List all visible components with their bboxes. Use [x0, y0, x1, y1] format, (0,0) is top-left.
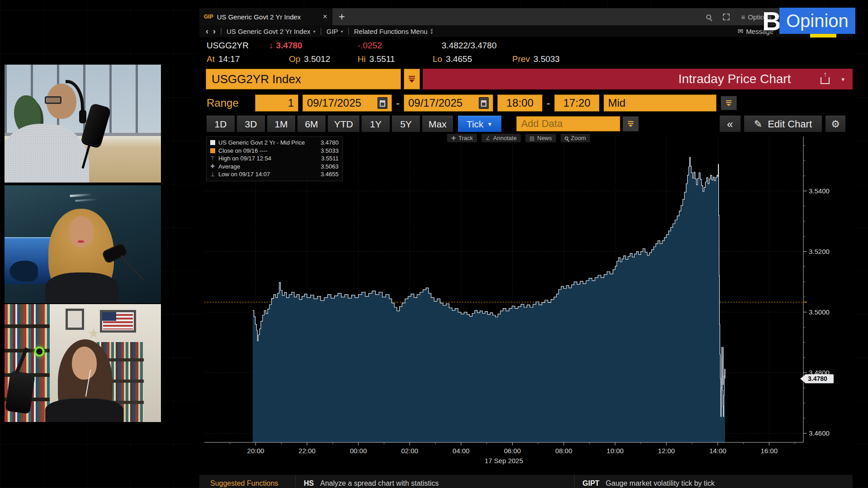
ticker-symbol: USGG2YR	[207, 41, 269, 51]
news-label: News	[537, 135, 552, 141]
legend-row: ⊤High on 09/17 12:543.5511	[210, 155, 339, 163]
divider: |	[348, 27, 349, 35]
period-tab-ytd[interactable]: YTD	[328, 116, 359, 132]
down-arrow-icon: ↓	[269, 41, 274, 51]
function-description: Analyze a spread chart with statistics	[320, 479, 439, 488]
security-dropdown-button[interactable]	[404, 69, 420, 89]
legend-swatch: ⊤	[210, 155, 218, 162]
range-label: Range	[207, 97, 251, 109]
end-time-input[interactable]: 17:20	[554, 94, 599, 112]
open-label: Op	[289, 54, 300, 64]
intraday-price-chart[interactable]: 20:0022:0000:0002:0004:0006:0008:0010:00…	[204, 133, 853, 468]
person-silhouette	[45, 272, 119, 303]
dash: -	[396, 97, 400, 109]
legend-swatch: ✚	[210, 163, 218, 169]
suggested-function-gipt[interactable]: GIPT Gauge market volatility tick by tic…	[575, 475, 853, 488]
participant-video-3: ★	[5, 304, 161, 422]
star-decor: ★	[87, 325, 99, 341]
period-tab-1m[interactable]: 1M	[267, 116, 295, 132]
end-date-input[interactable]: 09/17/2025	[404, 94, 493, 112]
add-data-dropdown-button[interactable]	[623, 116, 639, 131]
breadcrumb-function[interactable]: GIP ▾	[326, 28, 343, 35]
forward-icon[interactable]: ›	[213, 26, 216, 36]
range-periods-input[interactable]: 1	[255, 94, 298, 112]
us-flag-frame	[100, 310, 136, 333]
breadcrumb: ‹ › | US Generic Govt 2 Yr Index ▾ | GIP…	[199, 25, 853, 37]
settings-button[interactable]: ⚙	[826, 116, 845, 132]
zoom-button[interactable]: Zoom	[561, 134, 590, 142]
svg-text:3.5200: 3.5200	[809, 248, 830, 255]
certificate-frame	[66, 309, 85, 330]
svg-text:08:00: 08:00	[555, 447, 572, 455]
start-time-input[interactable]: 18:00	[497, 94, 542, 112]
svg-text:12:00: 12:00	[658, 447, 675, 455]
track-button[interactable]: ✚ Track	[447, 134, 477, 142]
high-label: Hi	[358, 54, 366, 64]
open-value: 3.5012	[304, 54, 330, 64]
new-tab-button[interactable]: +	[332, 8, 351, 25]
tab-us-generic-govt-2yr[interactable]: GIP US Generic Govt 2 Yr Index ×	[199, 8, 332, 25]
svg-text:00:00: 00:00	[350, 447, 367, 455]
opinion-wordmark: Opinion	[779, 8, 855, 34]
gear-icon: ⚙	[831, 118, 840, 130]
news-button[interactable]: ▤ News	[525, 134, 556, 142]
price-type-select[interactable]: Mid	[604, 94, 717, 112]
function-description: Gauge market volatility tick by tick	[606, 479, 715, 488]
yellow-accent-bar	[810, 34, 836, 38]
person-silhouette	[45, 399, 123, 422]
suggested-functions-label: Suggested Functions	[199, 479, 295, 488]
period-tab-3d[interactable]: 3D	[237, 116, 265, 132]
page-title: Intraday Price Chart	[678, 72, 791, 86]
legend-value: 3.4780	[315, 139, 339, 146]
add-data-input[interactable]: Add Data	[516, 116, 620, 131]
legend-label: Average	[218, 163, 315, 170]
double-chevron-icon: ∨∨	[430, 28, 434, 34]
collapse-button[interactable]: «	[720, 116, 741, 132]
at-label: At	[207, 54, 215, 64]
at-time: 14:17	[218, 54, 240, 64]
price-change: -.0252	[358, 41, 442, 51]
chevron-down-icon[interactable]: ▾	[841, 76, 844, 83]
export-icon[interactable]	[821, 77, 830, 84]
range-dropdown-button[interactable]	[721, 96, 737, 110]
breadcrumb-security[interactable]: US Generic Govt 2 Yr Index ▾	[226, 28, 316, 35]
opinion-label: Opinion	[786, 11, 849, 31]
calendar-icon[interactable]	[479, 97, 489, 109]
security-input[interactable]: USGG2YR Index	[206, 69, 401, 89]
magnifier-icon	[565, 136, 568, 140]
period-tab-1d[interactable]: 1D	[207, 116, 235, 132]
period-tab-1y[interactable]: 1Y	[362, 116, 390, 132]
tab-title: US Generic Govt 2 Yr Index	[217, 13, 301, 21]
period-tab-max[interactable]: Max	[422, 116, 453, 132]
legend-row: ✚Average3.5063	[210, 163, 339, 171]
svg-text:06:00: 06:00	[504, 447, 521, 455]
edit-chart-button[interactable]: ✎ Edit Chart	[744, 116, 822, 132]
legend-label: High on 09/17 12:54	[218, 155, 315, 162]
chevron-down-icon: ▼	[487, 121, 493, 127]
related-functions-menu[interactable]: Related Functions Menu ∨∨	[354, 28, 433, 35]
calendar-icon[interactable]	[377, 97, 387, 109]
bloomberg-b-mark: B	[762, 8, 781, 34]
search-icon[interactable]	[706, 14, 711, 19]
chevron-down-icon: ▾	[341, 29, 343, 34]
annotate-button[interactable]: ∠ Annotate	[481, 134, 521, 142]
period-row: 1D3D1M6MYTD1Y5YMax Tick ▼ Add Data « ✎ E…	[199, 116, 853, 132]
legend-label: US Generic Govt 2 Yr - Mid Price	[218, 139, 315, 146]
tab-close-icon[interactable]: ×	[323, 12, 327, 21]
bid-ask: 3.4822/3.4780	[442, 41, 497, 51]
suggested-function-hs[interactable]: HS Analyze a spread chart with statistic…	[296, 475, 574, 488]
fullscreen-icon[interactable]	[723, 14, 730, 20]
end-date-value: 09/17/2025	[408, 97, 462, 109]
period-tab-6m[interactable]: 6M	[297, 116, 326, 132]
chart-title-bar: Intraday Price Chart ▾	[423, 69, 853, 89]
svg-text:10:00: 10:00	[607, 447, 624, 455]
tab-tick[interactable]: Tick ▼	[458, 116, 501, 132]
legend-swatch: ⊥	[210, 171, 218, 178]
dropdown-icon	[409, 76, 415, 83]
dropdown-icon	[628, 121, 633, 127]
back-icon[interactable]: ‹	[206, 26, 208, 36]
start-date-input[interactable]: 09/17/2025	[302, 94, 392, 112]
period-tab-5y[interactable]: 5Y	[392, 116, 420, 132]
low-value: 3.4655	[446, 54, 472, 64]
legend-value: 3.5033	[315, 147, 339, 154]
